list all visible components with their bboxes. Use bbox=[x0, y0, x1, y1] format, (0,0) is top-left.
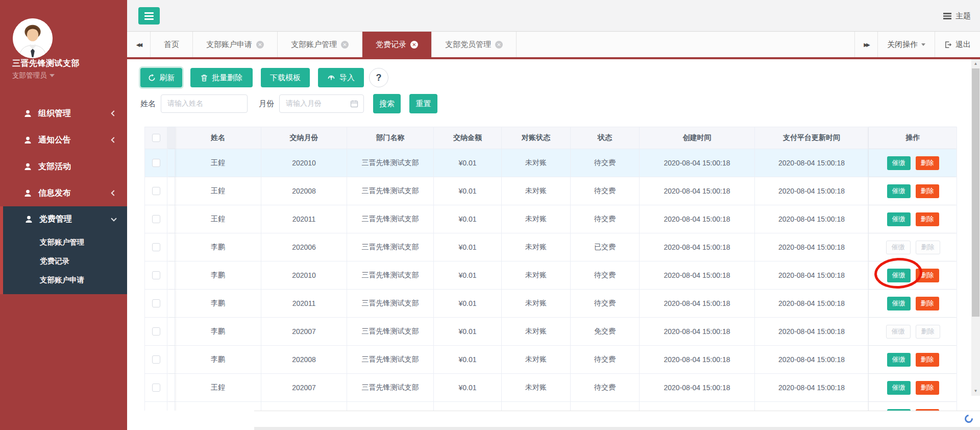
sidebar-subitem-party-fee-records[interactable]: 党费记录 bbox=[3, 252, 127, 271]
download-template-label: 下载模板 bbox=[270, 73, 301, 83]
row-checkbox[interactable] bbox=[152, 187, 160, 195]
user-icon bbox=[23, 189, 32, 198]
delete-row-button[interactable]: 删除 bbox=[916, 353, 939, 367]
cell-created: 2020-08-04 15:00:18 bbox=[640, 346, 755, 373]
tab-branch-account-mgmt[interactable]: 支部账户管理 ✕ bbox=[278, 32, 362, 57]
row-checkbox[interactable] bbox=[152, 355, 160, 364]
scroll-tabs-right-button[interactable]: ▶▶ bbox=[854, 32, 877, 57]
close-tab-icon[interactable]: ✕ bbox=[495, 41, 503, 49]
cell-dept: 三晋先锋测试支部 bbox=[347, 233, 434, 261]
cell-recon: 未对账 bbox=[502, 177, 571, 205]
row-checkbox[interactable] bbox=[152, 159, 160, 167]
column-header-status: 状态 bbox=[571, 127, 640, 149]
column-header-month: 交纳月份 bbox=[261, 127, 347, 149]
cell-month: 202007 bbox=[261, 374, 347, 401]
select-all-checkbox[interactable] bbox=[152, 134, 160, 142]
sidebar-item-branch-activities[interactable]: 支部活动 bbox=[0, 153, 127, 180]
urge-payment-button-circled[interactable]: 催缴 bbox=[887, 269, 911, 282]
cell-dept: 三晋先锋测试支部 bbox=[347, 205, 434, 233]
month-filter-input[interactable]: 请输入月份 bbox=[279, 94, 364, 113]
cell-name: 李鹏 bbox=[175, 402, 261, 411]
tab-branch-members-mgmt[interactable]: 支部党员管理 ✕ bbox=[432, 32, 517, 57]
sidebar-item-party-fee[interactable]: 党费管理 bbox=[3, 206, 127, 232]
cell-dept: 三晋先锋测试支部 bbox=[347, 374, 434, 401]
page: 三晋先锋测试支部 支部管理员 组织管理 通知公告 支部活动 信息发布 bbox=[0, 0, 980, 430]
table-row: 李鹏 202011 三晋先锋测试支部 ¥0.01 未对账 待交费 2020-08… bbox=[145, 290, 957, 318]
sidebar: 三晋先锋测试支部 支部管理员 组织管理 通知公告 支部活动 信息发布 bbox=[0, 0, 127, 430]
close-tab-icon[interactable]: ✕ bbox=[341, 41, 349, 49]
urge-payment-button-disabled: 催缴 bbox=[886, 325, 911, 339]
cell-amount: ¥0.01 bbox=[434, 290, 502, 317]
delete-row-button[interactable]: 删除 bbox=[916, 156, 939, 170]
delete-row-button-disabled: 删除 bbox=[916, 241, 940, 254]
urge-payment-button[interactable]: 催缴 bbox=[887, 381, 911, 395]
avatar[interactable] bbox=[13, 18, 53, 58]
delete-row-button[interactable]: 删除 bbox=[916, 184, 939, 198]
tab-home[interactable]: 首页 bbox=[151, 32, 193, 57]
row-checkbox[interactable] bbox=[152, 271, 160, 279]
scrollbar-up-arrow[interactable]: ▲ bbox=[971, 60, 980, 67]
sidebar-item-org-management[interactable]: 组织管理 bbox=[0, 100, 127, 127]
close-tab-icon[interactable]: ✕ bbox=[256, 41, 264, 49]
month-filter-label: 月份 bbox=[259, 99, 274, 109]
cell-updated: 2020-08-04 15:00:18 bbox=[755, 290, 869, 317]
cell-updated: 2020-08-04 15:00:18 bbox=[755, 374, 869, 401]
tab-bar: ◀◀ 首页 支部账户申请 ✕ 支部账户管理 ✕ 党费记录 ✕ 支部党员管理 ✕ … bbox=[127, 32, 980, 59]
role-dropdown[interactable]: 支部管理员 bbox=[12, 71, 55, 80]
sidebar-item-info-publish[interactable]: 信息发布 bbox=[0, 180, 127, 206]
logout-button[interactable]: 退出 bbox=[935, 32, 980, 57]
urge-payment-button[interactable]: 催缴 bbox=[887, 353, 911, 367]
close-operations-dropdown[interactable]: 关闭操作 bbox=[877, 32, 935, 57]
sidebar-item-notices[interactable]: 通知公告 bbox=[0, 127, 127, 153]
download-template-button[interactable]: 下载模板 bbox=[261, 68, 310, 87]
row-checkbox[interactable] bbox=[152, 384, 160, 392]
delete-row-button[interactable]: 删除 bbox=[916, 297, 939, 310]
table-row: 王鍠 202008 三晋先锋测试支部 ¥0.01 未对账 待交费 2020-08… bbox=[145, 177, 957, 205]
table-row: 王鍠 202011 三晋先锋测试支部 ¥0.01 未对账 待交费 2020-08… bbox=[145, 205, 957, 233]
delete-row-button[interactable]: 删除 bbox=[916, 212, 939, 226]
cell-amount: ¥0.01 bbox=[434, 402, 502, 411]
tab-branch-account-apply[interactable]: 支部账户申请 ✕ bbox=[193, 32, 278, 57]
import-button[interactable]: 导入 bbox=[318, 68, 364, 87]
cell-status: 免交费 bbox=[571, 318, 640, 345]
table-header-row: 姓名 交纳月份 部门名称 交纳金额 对账状态 状态 创建时间 支付平台更新时间 … bbox=[145, 127, 957, 149]
filter-bar: 姓名 请输入姓名 月份 请输入月份 搜索 重置 bbox=[140, 94, 437, 113]
delete-row-button[interactable]: 删除 bbox=[916, 381, 939, 395]
hamburger-menu-button[interactable] bbox=[138, 7, 160, 25]
table-row-partial: 李鹏 三晋先锋测试支部 ¥0.01 未对账 待交费 2020-08-04 15:… bbox=[145, 402, 957, 411]
urge-payment-button[interactable]: 催缴 bbox=[887, 212, 911, 226]
name-filter-input[interactable]: 请输入姓名 bbox=[161, 94, 248, 113]
scrollbar-thumb[interactable] bbox=[972, 68, 979, 317]
cell-updated: 2020-08-04 15:00:18 bbox=[755, 261, 869, 289]
cell-status: 待交费 bbox=[571, 374, 640, 401]
delete-row-button[interactable]: 删除 bbox=[916, 269, 939, 282]
row-checkbox[interactable] bbox=[152, 299, 160, 307]
scrollbar-down-arrow[interactable]: ▼ bbox=[971, 388, 980, 395]
cell-month: 202006 bbox=[261, 233, 347, 261]
cell-recon: 未对账 bbox=[502, 374, 571, 401]
cell-status: 待交费 bbox=[571, 290, 640, 317]
urge-payment-button[interactable]: 催缴 bbox=[887, 156, 911, 170]
row-checkbox[interactable] bbox=[152, 215, 160, 223]
theme-switcher[interactable]: 主题 bbox=[943, 0, 971, 32]
theme-label: 主题 bbox=[955, 11, 971, 21]
row-checkbox[interactable] bbox=[152, 243, 160, 251]
sidebar-subitem-branch-account-mgmt[interactable]: 支部账户管理 bbox=[3, 233, 127, 252]
cell-name: 李鹏 bbox=[175, 261, 261, 289]
row-checkbox[interactable] bbox=[152, 327, 160, 336]
refresh-icon bbox=[148, 74, 156, 82]
sidebar-item-label: 党费管理 bbox=[39, 214, 72, 225]
batch-delete-button[interactable]: 批量删除 bbox=[190, 68, 253, 87]
close-tab-icon[interactable]: ✕ bbox=[410, 41, 418, 49]
scroll-tabs-left-button[interactable]: ◀◀ bbox=[127, 32, 151, 57]
table-row: 王鍠 202010 三晋先锋测试支部 ¥0.01 未对账 待交费 2020-08… bbox=[145, 149, 957, 177]
help-button[interactable]: ? bbox=[369, 68, 388, 87]
vertical-scrollbar[interactable]: ▲ ▼ bbox=[971, 59, 980, 396]
sidebar-subitem-branch-account-apply[interactable]: 支部账户申请 bbox=[3, 271, 127, 290]
search-button[interactable]: 搜索 bbox=[373, 94, 401, 113]
urge-payment-button[interactable]: 催缴 bbox=[887, 297, 911, 310]
reset-button[interactable]: 重置 bbox=[409, 94, 437, 113]
refresh-button[interactable]: 刷新 bbox=[140, 68, 182, 87]
urge-payment-button[interactable]: 催缴 bbox=[887, 184, 911, 198]
tab-party-fee-records[interactable]: 党费记录 ✕ bbox=[362, 32, 432, 57]
